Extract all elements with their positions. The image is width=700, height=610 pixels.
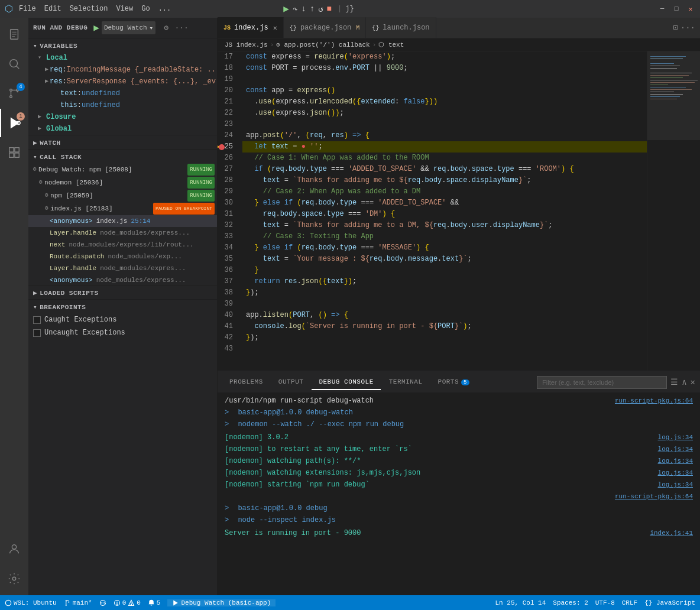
console-text-4: [nodemon] 3.0.2 [225, 432, 289, 443]
var-group-global[interactable]: ▶ Global [28, 123, 217, 135]
run-button[interactable]: ▶ [93, 22, 99, 34]
debug-continue-btn[interactable]: ▶ [283, 3, 289, 15]
panel-tab-output[interactable]: OUTPUT [271, 375, 311, 390]
panel-tab-terminal[interactable]: TERMINAL [382, 375, 430, 390]
bc-var[interactable]: ⬡ text [378, 41, 404, 48]
more-tabs-btn[interactable]: ··· [680, 23, 695, 33]
debug-restart-btn[interactable]: ↺ [318, 4, 323, 14]
activity-explorer[interactable] [0, 20, 28, 48]
status-debug[interactable]: Debug Watch (basic-app) [167, 599, 276, 606]
panel-tab-ports[interactable]: PORTS5 [431, 375, 477, 390]
activity-source-control[interactable]: 4 [0, 79, 28, 108]
watch-header[interactable]: ▶ WATCH [28, 135, 217, 149]
bp-uncaught-exceptions[interactable]: Uncaught Exceptions [28, 326, 217, 339]
status-language[interactable]: {} JavaScript [644, 599, 695, 606]
debug-stepover-btn[interactable]: ↷ [293, 4, 297, 14]
cs-anonymous2[interactable]: <anonymous> node_modules/express... [28, 274, 217, 285]
debug-stop-btn[interactable]: ■ [327, 4, 332, 14]
activity-extensions[interactable] [0, 138, 28, 167]
status-spaces[interactable]: Spaces: 2 [553, 599, 588, 606]
ln-17: 17 [218, 51, 238, 63]
console-link-4[interactable]: log.js:34 [658, 432, 693, 443]
var-this[interactable]: this : undefined [28, 99, 217, 111]
menu-file[interactable]: File [19, 5, 36, 13]
cs-layer-handle1[interactable]: Layer.handle node_modules/express... [28, 227, 217, 239]
activity-run-debug[interactable]: 1 [0, 109, 28, 137]
tabs-bar: JS index.js ✕ {} package.json M {} launc… [218, 18, 700, 38]
cs-index-25183[interactable]: ⚙ index.js [25183] PAUSED ON BREAKPOINT [28, 202, 217, 215]
cs-npm-25008[interactable]: ⚙ Debug Watch: npm [25008] RUNNING [28, 163, 217, 176]
activity-account[interactable] [0, 535, 28, 563]
bp-caught-exceptions[interactable]: Caught Exceptions [28, 313, 217, 326]
close-btn[interactable]: ✕ [686, 4, 695, 14]
debug-settings-btn[interactable]: ⚙ [160, 22, 172, 34]
maximize-btn[interactable]: □ [672, 4, 681, 14]
console-link-5[interactable]: log.js:34 [658, 444, 693, 455]
tab-index-js[interactable]: JS index.js ✕ [218, 17, 284, 38]
activity-search[interactable] [0, 50, 28, 78]
status-encoding-text: UTF-8 [595, 599, 615, 606]
menu-go[interactable]: Go [141, 5, 150, 13]
menu-selection[interactable]: Selection [70, 5, 108, 13]
code-content[interactable]: const express = require('express'); cons… [242, 51, 647, 371]
filter-input[interactable] [537, 376, 667, 389]
close-panel-btn[interactable]: ✕ [691, 377, 695, 387]
status-cursor[interactable]: Ln 25, Col 14 [495, 599, 546, 606]
cs-route-dispatch[interactable]: Route.dispatch node_modules/exp... [28, 251, 217, 262]
callstack-header[interactable]: ▾ CALL STACK [28, 150, 217, 163]
cs-layer-handle2[interactable]: Layer.handle node_modules/expres... [28, 262, 217, 274]
variables-header[interactable]: ▾ VARIABLES [28, 38, 217, 52]
tab-close-index[interactable]: ✕ [273, 24, 277, 33]
bc-func[interactable]: ⊙ app.post('/') callback [276, 41, 370, 48]
status-encoding[interactable]: UTF-8 [595, 599, 615, 606]
cs-anonymous[interactable]: <anonymous> index.js 25:14 [28, 215, 217, 227]
menu-more[interactable]: ... [158, 5, 171, 13]
status-eol[interactable]: CRLF [622, 599, 637, 606]
debug-stepinto-btn[interactable]: ↓ [301, 4, 306, 14]
debug-more-btn[interactable]: ··· [176, 22, 187, 34]
bc-file[interactable]: JS index.js [225, 41, 268, 48]
menu-view[interactable]: View [116, 5, 133, 13]
console-link-9[interactable]: run-script-pkg.js:64 [615, 491, 693, 502]
var-text[interactable]: text : undefined [28, 87, 217, 99]
cs-next1[interactable]: next node_modules/express/lib/rout... [28, 239, 217, 251]
bp-caught-checkbox[interactable] [33, 316, 41, 324]
status-remote[interactable]: WSL: Ubuntu [5, 599, 57, 606]
split-editor-btn[interactable]: ⊡ [673, 22, 678, 33]
status-language-text: {} JavaScript [644, 599, 695, 606]
debug-config-select[interactable]: Debug Watch ▾ [102, 21, 155, 34]
menu-edit[interactable]: Edit [44, 5, 61, 13]
console-link-12[interactable]: index.js:41 [650, 528, 693, 538]
cs-npm-25059[interactable]: ⚙ npm [25059] RUNNING [28, 189, 217, 202]
console-link-1[interactable]: run-script-pkg.js:64 [615, 395, 693, 406]
run-debug-title: RUN AND DEBUG [33, 24, 88, 31]
status-sync[interactable] [99, 599, 106, 606]
console-link-8[interactable]: log.js:34 [658, 479, 693, 490]
collapse-panel-btn[interactable]: ∧ [682, 377, 686, 387]
tab-launch-json[interactable]: {} launch.json [366, 17, 436, 38]
status-branch[interactable]: main* [64, 599, 92, 606]
var-res[interactable]: ▶ res : ServerResponse {_events: {...}, … [28, 76, 217, 87]
tab-package-json[interactable]: {} package.json M [284, 17, 366, 38]
clear-console-btn[interactable]: ☰ [670, 377, 678, 387]
cs-nodemon-25036[interactable]: ⚙ nodemon [25036] RUNNING [28, 176, 217, 189]
debug-stepout-btn[interactable]: ↑ [310, 4, 315, 14]
console-text-1: /usr/bin/npm run-script debug-watch [225, 395, 374, 406]
console-link-6[interactable]: log.js:34 [658, 456, 693, 466]
breakpoints-header[interactable]: ▾ BREAKPOINTS [28, 300, 217, 313]
variables-section: ▾ VARIABLES ▾ Local ▶ req : IncomingMess… [28, 38, 217, 135]
console-link-7[interactable]: log.js:34 [658, 468, 693, 478]
activity-settings[interactable] [0, 564, 28, 593]
var-text-name: text [60, 88, 77, 99]
loaded-scripts-header[interactable]: ▶ LOADED SCRIPTS [28, 285, 217, 299]
panel-tab-problems[interactable]: PROBLEMS [222, 375, 270, 390]
var-req[interactable]: ▶ req : IncomingMessage {_readableState:… [28, 64, 217, 76]
var-group-closure[interactable]: ▶ Closure [28, 111, 217, 123]
panel-tab-debug-console[interactable]: DEBUG CONSOLE [312, 375, 380, 390]
status-errors[interactable]: 0 0 [114, 599, 141, 606]
status-bell[interactable]: 5 [148, 599, 161, 606]
watch-section: ▶ WATCH [28, 135, 217, 149]
bp-uncaught-checkbox[interactable] [33, 329, 41, 337]
minimize-btn[interactable]: ─ [657, 4, 667, 14]
var-group-local[interactable]: ▾ Local [28, 52, 217, 64]
